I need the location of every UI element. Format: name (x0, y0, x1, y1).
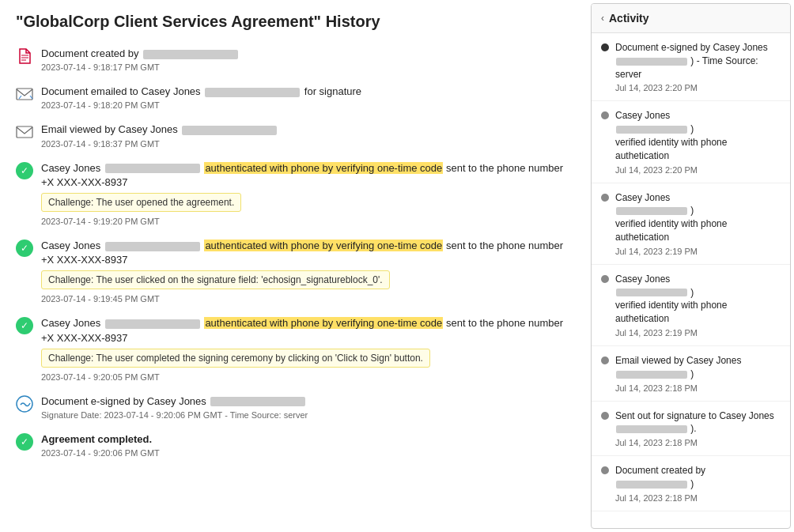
history-timestamp-3: 2023-07-14 - 9:18:37 PM GMT (41, 139, 575, 149)
check-circle-icon-3: ✓ (16, 317, 33, 334)
history-text-2: Document emailed to Casey Jones for sign… (41, 85, 575, 99)
activity-dot-4 (601, 275, 609, 283)
activity-ts-6: Jul 14, 2023 2:18 PM (615, 438, 782, 447)
history-content-6: Casey Jones authenticated with phone by … (41, 316, 575, 381)
activity-dot-6 (601, 412, 609, 420)
activity-dot-col-2 (601, 109, 609, 119)
history-item-6: ✓ Casey Jones authenticated with phone b… (16, 316, 575, 381)
svg-rect-4 (17, 126, 32, 138)
history-timestamp-1: 2023-07-14 - 9:18:17 PM GMT (41, 62, 575, 72)
history-item-1: Document created by 2023-07-14 - 9:18:17… (16, 47, 575, 72)
activity-text-1: Document e-signed by Casey Jones ) - Tim… (615, 41, 782, 81)
activity-ts-5: Jul 14, 2023 2:18 PM (615, 383, 782, 393)
challenge-box-3: Challenge: The user completed the signin… (41, 349, 430, 368)
history-timestamp-8: 2023-07-14 - 9:20:06 PM GMT (41, 448, 575, 458)
activity-dot-col-7 (601, 464, 609, 474)
activity-content-4: Casey Jones ) verified identity with pho… (615, 273, 782, 338)
activity-panel: ‹ Activity Document e-signed by Casey Jo… (591, 3, 791, 529)
page-title: "GlobalCorp Client Services Agreement" H… (16, 13, 575, 31)
activity-item-5: Email viewed by Casey Jones ) Jul 14, 20… (592, 346, 790, 402)
history-content-2: Document emailed to Casey Jones for sign… (41, 85, 575, 110)
activity-header: ‹ Activity (592, 4, 790, 33)
activity-text-2: Casey Jones ) verified identity with pho… (615, 109, 782, 162)
email-icon (16, 85, 33, 103)
activity-item-2: Casey Jones ) verified identity with pho… (592, 101, 790, 183)
history-text-5: Casey Jones authenticated with phone by … (41, 239, 575, 267)
activity-content-6: Sent out for signature to Casey Jones ).… (615, 409, 782, 448)
collapse-chevron-icon[interactable]: ‹ (601, 13, 604, 24)
activity-dot-1 (601, 43, 609, 51)
history-timestamp-6: 2023-07-14 - 9:20:05 PM GMT (41, 372, 575, 382)
history-content-7: Document e-signed by Casey Jones Signatu… (41, 394, 575, 420)
activity-ts-7: Jul 14, 2023 2:18 PM (615, 493, 782, 503)
history-item-4: ✓ Casey Jones authenticated with phone b… (16, 161, 575, 226)
activity-list: Document e-signed by Casey Jones ) - Tim… (592, 33, 790, 528)
history-item-8: ✓ Agreement completed. 2023-07-14 - 9:20… (16, 432, 575, 458)
activity-dot-col-1 (601, 41, 609, 51)
activity-item-4: Casey Jones ) verified identity with pho… (592, 265, 790, 346)
esign-icon (16, 395, 33, 413)
history-text-4: Casey Jones authenticated with phone by … (41, 161, 575, 190)
activity-text-7: Document created by ) (615, 464, 782, 491)
activity-dot-7 (601, 466, 609, 474)
activity-panel-title: Activity (609, 12, 649, 25)
email-viewed-icon (16, 123, 33, 141)
history-content-4: Casey Jones authenticated with phone by … (41, 161, 575, 226)
activity-item-7: Document created by ) Jul 14, 2023 2:18 … (592, 456, 790, 511)
activity-ts-1: Jul 14, 2023 2:20 PM (615, 83, 782, 92)
history-timestamp-7: Signature Date: 2023-07-14 - 9:20:06 PM … (41, 410, 575, 420)
check-circle-icon-2: ✓ (16, 240, 33, 257)
activity-ts-3: Jul 14, 2023 2:19 PM (615, 247, 782, 256)
history-text-1: Document created by (41, 47, 575, 61)
agree-icon: ✓ (16, 433, 33, 451)
activity-item-1: Document e-signed by Casey Jones ) - Tim… (592, 33, 790, 101)
activity-dot-col-4 (601, 273, 609, 283)
activity-item-3: Casey Jones ) verified identity with pho… (592, 183, 790, 265)
activity-dot-3 (601, 194, 609, 202)
history-content-8: Agreement completed. 2023-07-14 - 9:20:0… (41, 432, 575, 458)
history-timestamp-4: 2023-07-14 - 9:19:20 PM GMT (41, 217, 575, 226)
history-timestamp-2: 2023-07-14 - 9:18:20 PM GMT (41, 100, 575, 110)
activity-text-4: Casey Jones ) verified identity with pho… (615, 273, 782, 326)
history-timestamp-5: 2023-07-14 - 9:19:45 PM GMT (41, 294, 575, 304)
history-text-6: Casey Jones authenticated with phone by … (41, 316, 575, 345)
challenge-box-2: Challenge: The user clicked on the signa… (41, 270, 390, 289)
challenge-box-1: Challenge: The user opened the agreement… (41, 193, 241, 212)
history-text-8: Agreement completed. (41, 432, 575, 447)
activity-dot-5 (601, 357, 609, 364)
history-content-1: Document created by 2023-07-14 - 9:18:17… (41, 47, 575, 72)
history-item-2: Document emailed to Casey Jones for sign… (16, 85, 575, 110)
activity-dot-col-3 (601, 191, 609, 202)
check-circle-icon-1: ✓ (16, 162, 33, 179)
history-panel: "GlobalCorp Client Services Agreement" H… (0, 0, 591, 532)
history-text-7: Document e-signed by Casey Jones (41, 394, 575, 409)
history-content-3: Email viewed by Casey Jones 2023-07-14 -… (41, 123, 575, 148)
activity-dot-col-5 (601, 354, 609, 364)
activity-ts-4: Jul 14, 2023 2:19 PM (615, 328, 782, 338)
activity-text-3: Casey Jones ) verified identity with pho… (615, 191, 782, 244)
history-text-3: Email viewed by Casey Jones (41, 123, 575, 137)
activity-dot-col-6 (601, 409, 609, 420)
activity-item-6: Sent out for signature to Casey Jones ).… (592, 402, 790, 457)
activity-ts-2: Jul 14, 2023 2:20 PM (615, 165, 782, 175)
activity-text-5: Email viewed by Casey Jones ) (615, 354, 782, 381)
doc-icon (16, 47, 33, 65)
activity-content-2: Casey Jones ) verified identity with pho… (615, 109, 782, 174)
activity-content-5: Email viewed by Casey Jones ) Jul 14, 20… (615, 354, 782, 393)
svg-rect-3 (17, 89, 32, 100)
activity-content-7: Document created by ) Jul 14, 2023 2:18 … (615, 464, 782, 503)
activity-dot-2 (601, 111, 609, 119)
history-item-5: ✓ Casey Jones authenticated with phone b… (16, 239, 575, 304)
history-content-5: Casey Jones authenticated with phone by … (41, 239, 575, 304)
activity-content-1: Document e-signed by Casey Jones ) - Tim… (615, 41, 782, 92)
history-item-7: Document e-signed by Casey Jones Signatu… (16, 394, 575, 420)
activity-text-6: Sent out for signature to Casey Jones ). (615, 409, 782, 436)
history-item-3: Email viewed by Casey Jones 2023-07-14 -… (16, 123, 575, 148)
activity-content-3: Casey Jones ) verified identity with pho… (615, 191, 782, 256)
